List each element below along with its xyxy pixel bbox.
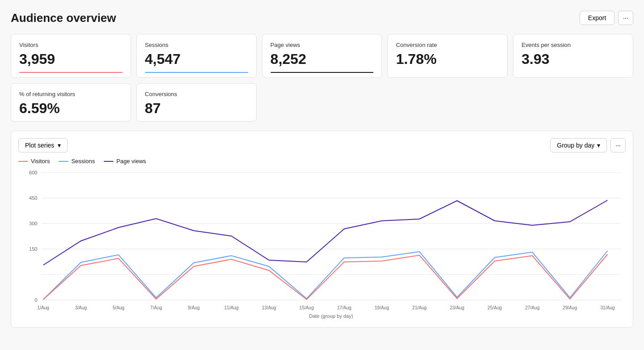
chart-section: Plot series ▾ Group by day ▾ ··· Visitor… xyxy=(11,131,633,328)
svg-text:27/Aug: 27/Aug xyxy=(525,305,539,310)
legend-item-page-views: Page views xyxy=(104,158,146,164)
svg-text:29/Aug: 29/Aug xyxy=(563,305,577,310)
plot-series-label: Plot series xyxy=(25,142,54,149)
group-by-button[interactable]: Group by day ▾ xyxy=(550,138,607,152)
chart-more-button[interactable]: ··· xyxy=(610,138,626,152)
metric-label-conversions: Conversions xyxy=(145,91,248,97)
svg-text:Date (group by day): Date (group by day) xyxy=(309,313,353,319)
svg-text:1/Aug: 1/Aug xyxy=(38,305,49,310)
sessions-line xyxy=(43,251,608,299)
chart-controls: Plot series ▾ Group by day ▾ ··· xyxy=(18,138,626,152)
chart-area: 600 450 300 150 0 1/Aug 3/Aug 5/Aug 7/Au… xyxy=(18,168,626,320)
export-button[interactable]: Export xyxy=(580,11,614,25)
svg-text:0: 0 xyxy=(34,297,37,303)
metric-value-returning-visitors: 6.59% xyxy=(19,100,123,117)
metric-underline-page-views xyxy=(271,72,374,73)
metric-value-conversion-rate: 1.78% xyxy=(396,51,499,67)
svg-text:600: 600 xyxy=(29,170,38,175)
svg-text:3/Aug: 3/Aug xyxy=(75,305,87,310)
metric-label-sessions: Sessions xyxy=(145,42,248,48)
svg-text:150: 150 xyxy=(29,246,38,252)
svg-text:23/Aug: 23/Aug xyxy=(450,305,464,310)
svg-text:300: 300 xyxy=(29,221,38,226)
group-by-label: Group by day xyxy=(557,142,594,149)
page-title: Audience overview xyxy=(11,11,116,25)
chart-legend: Visitors Sessions Page views xyxy=(18,158,626,164)
metric-value-events-per-session: 3.93 xyxy=(521,51,625,67)
metric-underline-visitors xyxy=(19,72,123,73)
metric-value-visitors: 3,959 xyxy=(19,51,123,67)
more-options-button[interactable]: ··· xyxy=(618,11,633,25)
metric-label-returning-visitors: % of returning visitors xyxy=(19,91,123,97)
metric-value-conversions: 87 xyxy=(145,100,248,117)
chart-right-controls: Group by day ▾ ··· xyxy=(550,138,626,152)
metric-label-page-views: Page views xyxy=(271,42,374,48)
svg-text:21/Aug: 21/Aug xyxy=(412,305,427,310)
metric-card-conversion-rate: Conversion rate 1.78% xyxy=(387,34,508,78)
line-chart: 600 450 300 150 0 1/Aug 3/Aug 5/Aug 7/Au… xyxy=(18,168,626,320)
metrics-row-1: Visitors 3,959 Sessions 4,547 Page views… xyxy=(11,34,633,78)
svg-text:25/Aug: 25/Aug xyxy=(487,305,502,310)
svg-text:5/Aug: 5/Aug xyxy=(113,305,124,310)
visitors-line xyxy=(43,254,608,299)
pageviews-line xyxy=(43,200,608,265)
metric-card-page-views: Page views 8,252 xyxy=(262,34,382,78)
legend-item-sessions: Sessions xyxy=(59,158,95,164)
plot-series-button[interactable]: Plot series ▾ xyxy=(18,138,68,152)
legend-line-page-views xyxy=(104,161,114,162)
svg-text:17/Aug: 17/Aug xyxy=(337,305,352,310)
svg-text:15/Aug: 15/Aug xyxy=(300,305,314,310)
svg-text:450: 450 xyxy=(29,195,38,201)
metric-underline-sessions xyxy=(145,72,248,73)
svg-text:31/Aug: 31/Aug xyxy=(600,305,614,310)
svg-text:11/Aug: 11/Aug xyxy=(224,305,238,310)
legend-label-visitors: Visitors xyxy=(31,158,50,164)
metric-value-page-views: 8,252 xyxy=(271,51,374,67)
metric-card-conversions: Conversions 87 xyxy=(136,83,257,122)
metric-card-sessions: Sessions 4,547 xyxy=(136,34,257,78)
metric-card-returning-visitors: % of returning visitors 6.59% xyxy=(11,83,131,122)
metric-label-visitors: Visitors xyxy=(19,42,123,48)
svg-text:7/Aug: 7/Aug xyxy=(150,305,162,310)
group-by-arrow-icon: ▾ xyxy=(597,142,600,149)
legend-line-sessions xyxy=(59,161,68,162)
metric-card-events-per-session: Events per session 3.93 xyxy=(513,34,633,78)
metric-value-sessions: 4,547 xyxy=(145,51,248,67)
svg-text:19/Aug: 19/Aug xyxy=(375,305,389,310)
metric-card-visitors: Visitors 3,959 xyxy=(11,34,131,78)
legend-item-visitors: Visitors xyxy=(18,158,50,164)
svg-text:9/Aug: 9/Aug xyxy=(188,305,199,310)
metrics-row-2: % of returning visitors 6.59% Conversion… xyxy=(11,83,633,122)
legend-label-sessions: Sessions xyxy=(71,158,95,164)
legend-label-page-views: Page views xyxy=(116,158,146,164)
plot-series-arrow-icon: ▾ xyxy=(58,142,61,149)
metric-label-conversion-rate: Conversion rate xyxy=(396,42,499,48)
legend-line-visitors xyxy=(18,161,28,162)
metric-label-events-per-session: Events per session xyxy=(521,42,625,48)
svg-text:13/Aug: 13/Aug xyxy=(262,305,276,310)
